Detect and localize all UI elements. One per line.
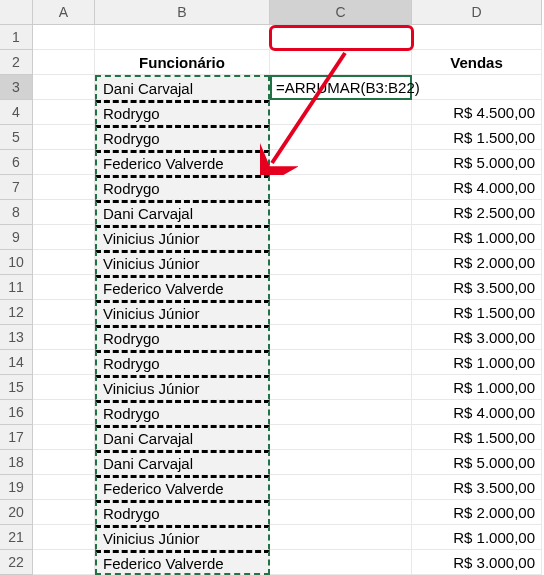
row-header-2[interactable]: 2 — [0, 50, 33, 75]
row-header-22[interactable]: 22 — [0, 550, 33, 575]
cell-b11[interactable]: Federico Valverde — [95, 275, 270, 300]
cell-b20[interactable]: Rodrygo — [95, 500, 270, 525]
cell-a3[interactable] — [33, 75, 95, 100]
cell-a22[interactable] — [33, 550, 95, 575]
cell-d18[interactable]: R$ 5.000,00 — [412, 450, 542, 475]
cell-b6[interactable]: Federico Valverde — [95, 150, 270, 175]
row-header-10[interactable]: 10 — [0, 250, 33, 275]
cell-d11[interactable]: R$ 3.500,00 — [412, 275, 542, 300]
cell-b12[interactable]: Vinicius Júnior — [95, 300, 270, 325]
cell-c5[interactable] — [270, 125, 412, 150]
cell-a17[interactable] — [33, 425, 95, 450]
cell-a5[interactable] — [33, 125, 95, 150]
cell-c17[interactable] — [270, 425, 412, 450]
cell-a18[interactable] — [33, 450, 95, 475]
cell-d17[interactable]: R$ 1.500,00 — [412, 425, 542, 450]
cell-d16[interactable]: R$ 4.000,00 — [412, 400, 542, 425]
cell-b14[interactable]: Rodrygo — [95, 350, 270, 375]
cell-d9[interactable]: R$ 1.000,00 — [412, 225, 542, 250]
cell-c22[interactable] — [270, 550, 412, 575]
row-header-6[interactable]: 6 — [0, 150, 33, 175]
cell-d12[interactable]: R$ 1.500,00 — [412, 300, 542, 325]
cell-c2[interactable] — [270, 50, 412, 75]
cell-d15[interactable]: R$ 1.000,00 — [412, 375, 542, 400]
cell-b15[interactable]: Vinicius Júnior — [95, 375, 270, 400]
cell-c20[interactable] — [270, 500, 412, 525]
cell-b7[interactable]: Rodrygo — [95, 175, 270, 200]
cell-d3[interactable] — [412, 75, 542, 100]
row-header-13[interactable]: 13 — [0, 325, 33, 350]
cell-d1[interactable] — [412, 25, 542, 50]
cell-b1[interactable] — [95, 25, 270, 50]
cell-a11[interactable] — [33, 275, 95, 300]
cell-c21[interactable] — [270, 525, 412, 550]
cell-c1[interactable] — [270, 25, 412, 50]
cell-c8[interactable] — [270, 200, 412, 225]
cell-b22[interactable]: Federico Valverde — [95, 550, 270, 575]
row-header-17[interactable]: 17 — [0, 425, 33, 450]
row-header-5[interactable]: 5 — [0, 125, 33, 150]
cell-b8[interactable]: Dani Carvajal — [95, 200, 270, 225]
cell-b21[interactable]: Vinicius Júnior — [95, 525, 270, 550]
cell-c7[interactable] — [270, 175, 412, 200]
cell-a15[interactable] — [33, 375, 95, 400]
row-header-7[interactable]: 7 — [0, 175, 33, 200]
cell-d10[interactable]: R$ 2.000,00 — [412, 250, 542, 275]
cell-c19[interactable] — [270, 475, 412, 500]
cell-b4[interactable]: Rodrygo — [95, 100, 270, 125]
cell-b2[interactable]: Funcionário — [95, 50, 270, 75]
cell-b19[interactable]: Federico Valverde — [95, 475, 270, 500]
column-header-b[interactable]: B — [95, 0, 270, 25]
cell-c11[interactable] — [270, 275, 412, 300]
cell-d7[interactable]: R$ 4.000,00 — [412, 175, 542, 200]
row-header-21[interactable]: 21 — [0, 525, 33, 550]
row-header-9[interactable]: 9 — [0, 225, 33, 250]
cell-b5[interactable]: Rodrygo — [95, 125, 270, 150]
row-header-1[interactable]: 1 — [0, 25, 33, 50]
cell-c10[interactable] — [270, 250, 412, 275]
cell-b9[interactable]: Vinicius Júnior — [95, 225, 270, 250]
row-header-18[interactable]: 18 — [0, 450, 33, 475]
cell-a1[interactable] — [33, 25, 95, 50]
select-all-corner[interactable] — [0, 0, 33, 25]
cell-c16[interactable] — [270, 400, 412, 425]
cell-b13[interactable]: Rodrygo — [95, 325, 270, 350]
cell-a16[interactable] — [33, 400, 95, 425]
row-header-11[interactable]: 11 — [0, 275, 33, 300]
cell-d19[interactable]: R$ 3.500,00 — [412, 475, 542, 500]
cell-a7[interactable] — [33, 175, 95, 200]
column-header-d[interactable]: D — [412, 0, 542, 25]
cell-a6[interactable] — [33, 150, 95, 175]
column-header-c[interactable]: C — [270, 0, 412, 25]
cell-a13[interactable] — [33, 325, 95, 350]
cell-a21[interactable] — [33, 525, 95, 550]
cell-d5[interactable]: R$ 1.500,00 — [412, 125, 542, 150]
row-header-19[interactable]: 19 — [0, 475, 33, 500]
row-header-15[interactable]: 15 — [0, 375, 33, 400]
cell-c18[interactable] — [270, 450, 412, 475]
row-header-3[interactable]: 3 — [0, 75, 33, 100]
row-header-20[interactable]: 20 — [0, 500, 33, 525]
cell-c15[interactable] — [270, 375, 412, 400]
cell-d2[interactable]: Vendas — [412, 50, 542, 75]
cell-b16[interactable]: Rodrygo — [95, 400, 270, 425]
cell-a2[interactable] — [33, 50, 95, 75]
cell-d13[interactable]: R$ 3.000,00 — [412, 325, 542, 350]
cell-b18[interactable]: Dani Carvajal — [95, 450, 270, 475]
cell-a9[interactable] — [33, 225, 95, 250]
cell-d21[interactable]: R$ 1.000,00 — [412, 525, 542, 550]
cell-d14[interactable]: R$ 1.000,00 — [412, 350, 542, 375]
cell-d20[interactable]: R$ 2.000,00 — [412, 500, 542, 525]
cell-d6[interactable]: R$ 5.000,00 — [412, 150, 542, 175]
cell-c9[interactable] — [270, 225, 412, 250]
cell-d4[interactable]: R$ 4.500,00 — [412, 100, 542, 125]
cell-a12[interactable] — [33, 300, 95, 325]
row-header-8[interactable]: 8 — [0, 200, 33, 225]
cell-a14[interactable] — [33, 350, 95, 375]
cell-c12[interactable] — [270, 300, 412, 325]
cell-b3[interactable]: Dani Carvajal — [95, 75, 270, 100]
column-header-a[interactable]: A — [33, 0, 95, 25]
cell-a10[interactable] — [33, 250, 95, 275]
cell-d22[interactable]: R$ 3.000,00 — [412, 550, 542, 575]
cell-a4[interactable] — [33, 100, 95, 125]
